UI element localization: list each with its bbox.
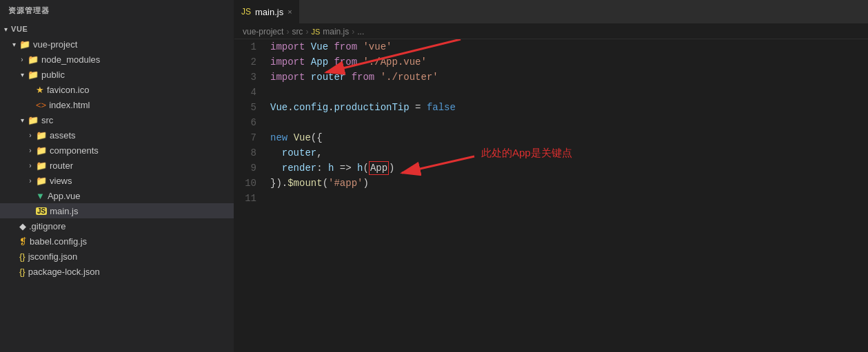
tree-label-assets: assets [50,130,76,141]
tree-item-.gitignore[interactable]: ◆ .gitignore [0,218,234,234]
folder-icon-node_modules: 📁 [28,54,39,65]
tree-arrow-views: › [25,177,36,185]
tab-main-js[interactable]: JS main.js × [234,0,300,23]
breadcrumb: vue-project › src › JS main.js › ... [234,24,868,39]
ln-6: 6 [234,115,256,130]
tree-item-node_modules[interactable]: ›📁node_modules [0,52,234,67]
code-line-3: import router from './router' [270,70,868,85]
folder-icon-vue-project: 📁 [19,39,30,50]
tree-item-src[interactable]: ▾📁src [0,112,234,127]
tree-label-router: router [50,161,73,171]
tree-arrow-components: › [25,147,36,154]
tree-item-index.html[interactable]: <> index.html [0,97,234,112]
tab-js-icon: JS [241,7,251,17]
tree-item-babel.config.js[interactable]: ❡ babel.config.js [0,234,234,249]
tree-label-jsconfig.json: jsconfig.json [28,251,78,262]
tree-arrow-src: ▾ [17,116,28,124]
tree-item-assets[interactable]: ›📁assets [0,127,234,143]
vue-icon-App.vue: ▼ [36,191,45,201]
sidebar-header: 资源管理器 [0,0,234,21]
ln-11: 11 [234,191,256,206]
code-line-8: router, [270,145,868,161]
ln-3: 3 [234,70,256,85]
tab-label: main.js [255,7,283,17]
code-line-11 [270,191,868,206]
tree-label-package-lock.json: package-lock.json [28,267,100,277]
ln-8: 8 [234,145,256,161]
breadcrumb-sep-0: › [286,27,289,37]
tree-arrow-vue-project: ▾ [8,41,19,48]
json-icon-package-lock.json: {} [19,267,26,277]
babel-icon-babel.config.js: ❡ [19,236,27,247]
ln-7: 7 [234,130,256,145]
ln-4: 4 [234,85,256,100]
code-line-2: import App from './App.vue' [270,54,868,70]
ln-9: 9 [234,161,256,176]
ln-2: 2 [234,54,256,70]
tree-item-vue[interactable]: ▾VUE [0,21,234,37]
json-icon-jsconfig.json: {} [19,251,26,262]
folder-icon-assets: 📁 [36,130,47,141]
tree-item-views[interactable]: ›📁views [0,173,234,188]
tree-arrow-node_modules: › [17,56,28,63]
tab-close-button[interactable]: × [287,8,292,16]
tree-item-package-lock.json[interactable]: {} package-lock.json [0,264,234,279]
breadcrumb-sep-1: › [305,27,308,37]
code-container[interactable]: 1 2 3 4 5 6 7 8 9 10 11 import Vue from … [234,39,868,352]
editor-area: JS main.js × vue-project › src › JS main… [234,0,868,352]
code-line-4 [270,85,868,100]
tree-item-public[interactable]: ▾📁public [0,67,234,82]
tree-item-main.js[interactable]: JSmain.js [0,203,234,218]
tree-arrow-vue: ▾ [0,25,11,33]
tree-label-babel.config.js: babel.config.js [30,236,87,247]
tree-item-components[interactable]: ›📁components [0,143,234,158]
code-line-5: Vue.config.productionTip = false [270,100,868,115]
tree-item-router[interactable]: ›📁router [0,158,234,173]
tree-label-vue: VUE [11,25,28,33]
sidebar: 资源管理器 ▾VUE▾📁vue-project›📁node_modules▾📁p… [0,0,234,352]
ln-5: 5 [234,100,256,115]
breadcrumb-sep-2: › [352,27,354,37]
tree-label-node_modules: node_modules [41,54,100,65]
folder-icon-public: 📁 [28,70,39,80]
tree-arrow-public: ▾ [17,71,28,79]
breadcrumb-part-3: ... [357,27,364,37]
js-icon-main.js: JS [36,207,47,215]
ln-1: 1 [234,39,256,54]
ln-10: 10 [234,176,256,191]
tree-arrow-router: › [25,162,36,169]
tree-item-App.vue[interactable]: ▼ App.vue [0,188,234,203]
code-lines: import Vue from 'vue' import App from '.… [268,39,868,352]
code-line-7: new Vue({ [270,130,868,145]
tree-arrow-assets: › [25,132,36,139]
breadcrumb-part-1: src [292,27,303,37]
tree-label-public: public [41,70,65,80]
breadcrumb-part-0: vue-project [243,27,283,37]
code-line-9: render: h => h(App) [270,161,868,176]
html-icon-index.html: <> [36,100,46,110]
code-line-1: import Vue from 'vue' [270,39,868,54]
tree-label-vue-project: vue-project [33,39,77,50]
breadcrumb-part-2b: main.js [323,27,349,37]
folder-icon-components: 📁 [36,145,47,156]
breadcrumb-part-2: JS [311,28,320,36]
tabs-bar: JS main.js × [234,0,868,24]
tree-item-jsconfig.json[interactable]: {} jsconfig.json [0,249,234,264]
tree-label-favicon.ico: favicon.ico [47,85,89,95]
code-line-6 [270,115,868,130]
tree-label-App.vue: App.vue [48,191,81,201]
folder-icon-router: 📁 [36,161,47,171]
line-numbers: 1 2 3 4 5 6 7 8 9 10 11 [234,39,268,352]
file-tree: ▾VUE▾📁vue-project›📁node_modules▾📁public★… [0,21,234,279]
gitignore-icon-.gitignore: ◆ [19,221,26,231]
tree-item-vue-project[interactable]: ▾📁vue-project [0,37,234,52]
tree-label-.gitignore: .gitignore [29,221,65,231]
tree-label-views: views [50,176,72,186]
tree-item-favicon.ico[interactable]: ★ favicon.ico [0,82,234,97]
folder-icon-src: 📁 [28,115,39,125]
tree-label-components: components [50,145,99,156]
tree-label-index.html: index.html [49,100,90,110]
code-line-10: }).$mount('#app') [270,176,868,191]
folder-icon-views: 📁 [36,176,47,186]
tree-label-src: src [41,115,53,125]
